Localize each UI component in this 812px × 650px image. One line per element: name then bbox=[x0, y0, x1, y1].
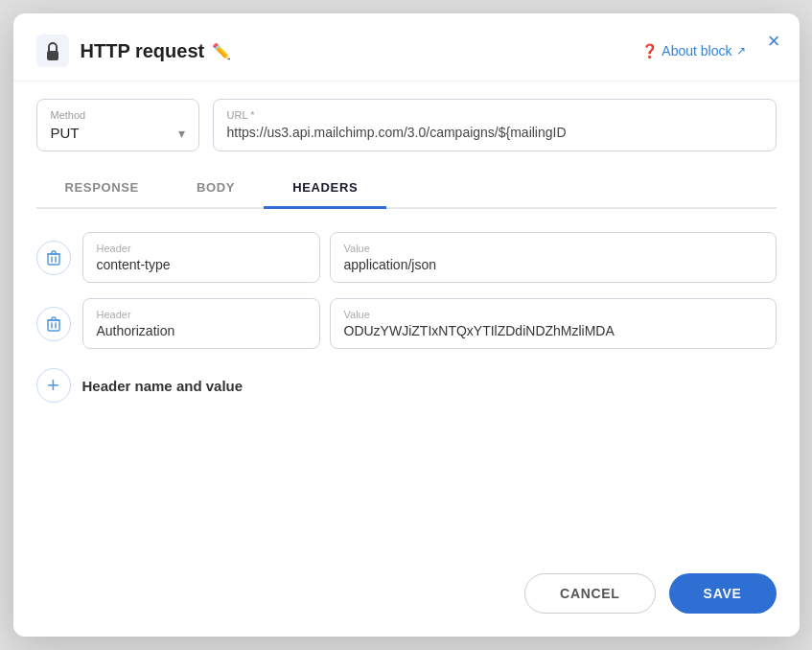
http-request-modal: HTTP request ✏️ ❓ About block ↗ × Method… bbox=[13, 13, 800, 637]
top-row: Method PUT ▾ URL * https://us3.api.mailc… bbox=[36, 99, 777, 151]
header-name-input-2[interactable]: Header Authorization bbox=[82, 298, 320, 349]
edit-icon[interactable]: ✏️ bbox=[212, 42, 231, 60]
header-value-label-2: Value bbox=[344, 309, 762, 320]
method-value: PUT bbox=[51, 125, 80, 141]
cancel-button[interactable]: CANCEL bbox=[524, 573, 656, 614]
tab-headers[interactable]: HEADERS bbox=[264, 169, 386, 209]
header-name-input-1[interactable]: Header content-type bbox=[82, 232, 320, 283]
add-header-button[interactable]: + bbox=[36, 368, 71, 403]
tab-body[interactable]: BODY bbox=[168, 169, 264, 209]
svg-rect-1 bbox=[47, 51, 58, 60]
url-label: URL * bbox=[227, 109, 762, 121]
delete-header-2-button[interactable] bbox=[36, 307, 71, 341]
header-row-2: Header Authorization Value ODUzYWJiZTIxN… bbox=[36, 298, 777, 349]
header-name-value-1: content-type bbox=[97, 257, 306, 272]
header-value-value-1: application/json bbox=[344, 257, 762, 272]
header-name-value-2: Authorization bbox=[97, 323, 306, 338]
modal-title: HTTP request ✏️ bbox=[81, 40, 232, 62]
headers-content: Header content-type Value application/js… bbox=[36, 232, 777, 546]
tabs-bar: RESPONSE BODY HEADERS bbox=[36, 169, 777, 209]
add-header-row: + Header name and value bbox=[36, 368, 777, 403]
add-header-label: Header name and value bbox=[82, 378, 244, 394]
method-field[interactable]: Method PUT ▾ bbox=[36, 99, 199, 151]
modal-body: Method PUT ▾ URL * https://us3.api.mailc… bbox=[13, 81, 800, 546]
header-input-group-1: Header content-type Value application/js… bbox=[82, 232, 777, 283]
close-button[interactable]: × bbox=[768, 31, 780, 52]
help-icon: ❓ bbox=[641, 43, 658, 58]
svg-rect-3 bbox=[48, 320, 59, 331]
modal-header: HTTP request ✏️ ❓ About block ↗ × bbox=[13, 13, 800, 81]
url-field[interactable]: URL * https://us3.api.mailchimp.com/3.0/… bbox=[213, 99, 777, 151]
external-link-icon: ↗ bbox=[736, 44, 746, 58]
header-value-label-1: Value bbox=[344, 243, 762, 254]
header-value-input-1[interactable]: Value application/json bbox=[330, 232, 777, 283]
lock-icon bbox=[36, 35, 69, 67]
delete-header-1-button[interactable] bbox=[36, 241, 71, 275]
save-button[interactable]: SAVE bbox=[669, 573, 777, 614]
url-value: https://us3.api.mailchimp.com/3.0/campai… bbox=[227, 125, 762, 140]
chevron-down-icon: ▾ bbox=[178, 126, 185, 141]
about-block-link[interactable]: ❓ About block ↗ bbox=[641, 43, 745, 58]
header-value-value-2: ODUzYWJiZTIxNTQxYTIlZDdiNDZhMzliMDA bbox=[344, 323, 762, 338]
header-name-label-2: Header bbox=[97, 309, 306, 320]
tab-response[interactable]: RESPONSE bbox=[36, 169, 168, 209]
header-value-input-2[interactable]: Value ODUzYWJiZTIxNTQxYTIlZDdiNDZhMzliMD… bbox=[330, 298, 777, 349]
svg-rect-2 bbox=[48, 254, 59, 265]
header-row-1: Header content-type Value application/js… bbox=[36, 232, 777, 283]
header-name-label-1: Header bbox=[97, 243, 306, 254]
method-label: Method bbox=[51, 109, 185, 121]
header-input-group-2: Header Authorization Value ODUzYWJiZTIxN… bbox=[82, 298, 777, 349]
modal-footer: CANCEL SAVE bbox=[13, 546, 800, 637]
